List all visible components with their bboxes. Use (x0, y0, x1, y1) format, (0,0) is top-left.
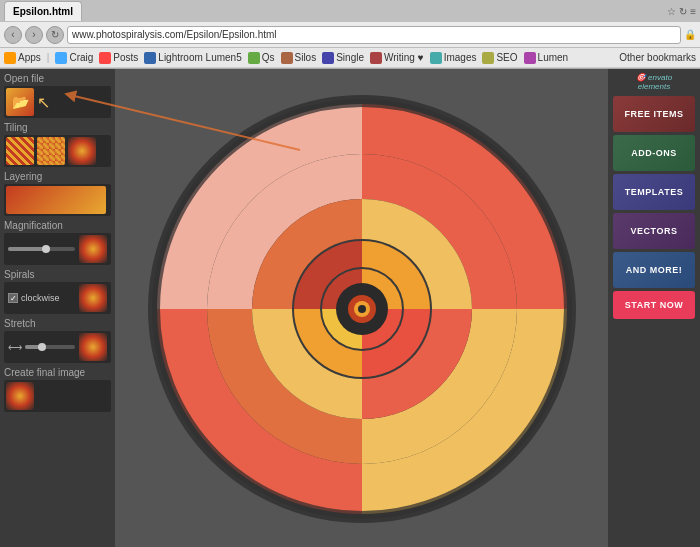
single-icon (322, 52, 334, 64)
writing-icon (370, 52, 382, 64)
lumen-icon (524, 52, 536, 64)
qs-icon (248, 52, 260, 64)
addons-button[interactable]: ADD-ONS (613, 135, 695, 171)
stretch-slider-container: ⟷ (4, 331, 111, 363)
bookmark-lightroom[interactable]: Lightroom Lumen5 (144, 52, 241, 64)
templates-label: TEMPLATES (625, 187, 683, 197)
bookmark-seo[interactable]: SEO (482, 52, 517, 64)
envato-logo-text: 🎯 envatoelements (636, 73, 672, 91)
bookmark-craig-label: Craig (69, 52, 93, 63)
envato-logo: 🎯 envatoelements (636, 73, 672, 91)
magnification-section: Magnification (4, 220, 111, 265)
left-panel: Open file 📂 ↖ Tiling Layering (0, 69, 115, 547)
bookmark-craig[interactable]: Craig (55, 52, 93, 64)
vectors-button[interactable]: VECTORS (613, 213, 695, 249)
canvas-area (115, 69, 608, 547)
open-file-row[interactable]: 📂 ↖ (4, 86, 111, 118)
vectors-label: VECTORS (631, 226, 678, 236)
spirals-section: Spirals ✓ clockwise (4, 269, 111, 314)
magnification-thumb[interactable] (42, 245, 50, 253)
forward-button[interactable]: › (25, 26, 43, 44)
layering-thumb (6, 186, 106, 214)
tab-bar: Epsilon.html ☆ ↻ ≡ (0, 0, 700, 22)
stretch-thumb[interactable] (38, 343, 46, 351)
bookmark-qs-label: Qs (262, 52, 275, 63)
more-label: AND MORE! (626, 265, 683, 275)
final-thumb (6, 382, 34, 410)
cursor-indicator: ↖ (37, 93, 50, 112)
bookmark-apps[interactable]: Apps (4, 52, 41, 64)
bookmark-single-label: Single (336, 52, 364, 63)
clockwise-row: ✓ clockwise (4, 282, 111, 314)
stretch-slider[interactable] (25, 345, 75, 349)
tiling-label: Tiling (4, 122, 111, 133)
start-now-button[interactable]: START NOW (613, 291, 695, 319)
url-text: www.photospiralysis.com/Epsilon/Epsilon.… (72, 29, 277, 40)
silos-icon (281, 52, 293, 64)
app-container: Open file 📂 ↖ Tiling Layering (0, 69, 700, 547)
tiling-thumb1 (6, 137, 34, 165)
spiral-direction-thumb (79, 284, 107, 312)
tiling-thumb2 (37, 137, 65, 165)
right-panel: 🎯 envatoelements FREE ITEMS ADD-ONS TEMP… (608, 69, 700, 547)
ext1[interactable]: 🔒 (684, 29, 696, 40)
browser-chrome: Epsilon.html ☆ ↻ ≡ ‹ › ↻ www.photospiral… (0, 0, 700, 69)
bookmark-lightroom-label: Lightroom Lumen5 (158, 52, 241, 63)
tiling-section: Tiling (4, 122, 111, 167)
start-now-label: START NOW (625, 300, 683, 310)
bookmark-lumen-label: Lumen (538, 52, 569, 63)
tiling-thumb3 (68, 137, 96, 165)
clockwise-checkbox[interactable]: ✓ (8, 293, 18, 303)
free-items-label: FREE ITEMS (624, 109, 683, 119)
lightroom-icon (144, 52, 156, 64)
magnification-preview (79, 235, 107, 263)
bookmark-silos[interactable]: Silos (281, 52, 317, 64)
refresh-icon[interactable]: ↻ (679, 6, 687, 17)
layering-row (4, 184, 111, 216)
tab-label: Epsilon.html (13, 6, 73, 17)
free-items-button[interactable]: FREE ITEMS (613, 96, 695, 132)
bookmark-single[interactable]: Single (322, 52, 364, 64)
seo-icon (482, 52, 494, 64)
stretch-preview (79, 333, 107, 361)
layering-label: Layering (4, 171, 111, 182)
tiling-row (4, 135, 111, 167)
back-button[interactable]: ‹ (4, 26, 22, 44)
more-button[interactable]: AND MORE! (613, 252, 695, 288)
active-tab[interactable]: Epsilon.html (4, 1, 82, 21)
bookmark-qs[interactable]: Qs (248, 52, 275, 64)
create-final-section: Create final image (4, 367, 111, 412)
bookmark-silos-label: Silos (295, 52, 317, 63)
magnification-slider-container (4, 233, 111, 265)
create-final-row[interactable] (4, 380, 111, 412)
reload-button[interactable]: ↻ (46, 26, 64, 44)
layering-section: Layering (4, 171, 111, 216)
templates-button[interactable]: TEMPLATES (613, 174, 695, 210)
craig-icon (55, 52, 67, 64)
create-final-label: Create final image (4, 367, 111, 378)
magnification-slider[interactable] (8, 247, 75, 251)
bookmark-writing[interactable]: Writing ♥ (370, 52, 424, 64)
bookmark-images[interactable]: Images (430, 52, 477, 64)
bookmark-lumen[interactable]: Lumen (524, 52, 569, 64)
svg-point-9 (358, 305, 366, 313)
spiral-svg (132, 79, 592, 539)
magnification-fill (8, 247, 45, 251)
apps-icon (4, 52, 16, 64)
images-icon (430, 52, 442, 64)
posts-icon (99, 52, 111, 64)
open-file-thumb: 📂 (6, 88, 34, 116)
clockwise-label: clockwise (21, 293, 60, 303)
bookmark-posts-label: Posts (113, 52, 138, 63)
bookmark-posts[interactable]: Posts (99, 52, 138, 64)
spiral-canvas (132, 79, 592, 539)
star-icon[interactable]: ☆ (667, 6, 676, 17)
bookmark-images-label: Images (444, 52, 477, 63)
bookmark-other-label: Other bookmarks (619, 52, 696, 63)
extensions-area: 🔒 (684, 29, 696, 40)
stretch-section: Stretch ⟷ (4, 318, 111, 363)
bookmark-other[interactable]: Other bookmarks (619, 52, 696, 63)
menu-icon[interactable]: ≡ (690, 6, 696, 17)
address-bar[interactable]: www.photospiralysis.com/Epsilon/Epsilon.… (67, 26, 681, 44)
open-file-label: Open file (4, 73, 111, 84)
